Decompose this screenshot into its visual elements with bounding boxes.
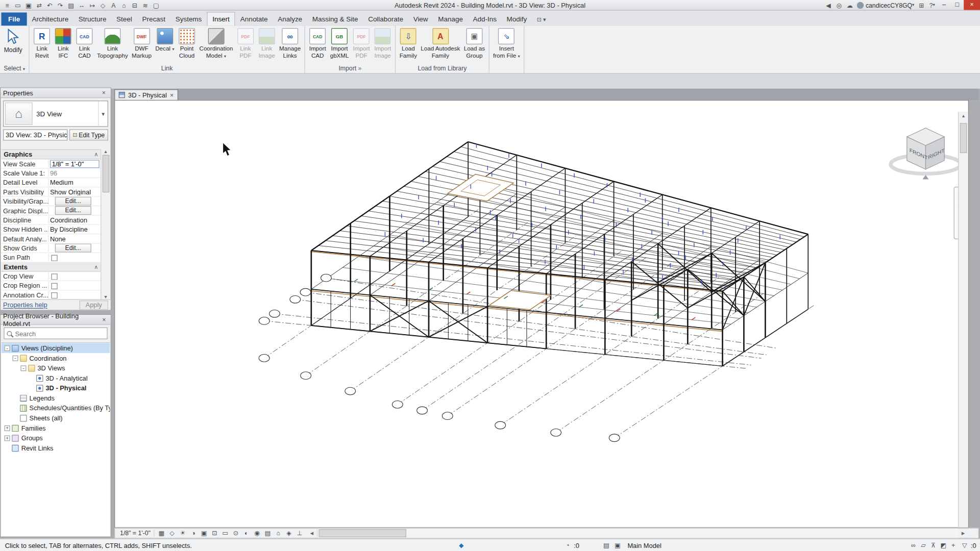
browser-search-box[interactable] [4,328,107,339]
ribbon-tab-manage[interactable]: Manage [433,12,468,26]
reveal-constraints-icon[interactable]: ⊥ [294,529,305,538]
worksharing-display-icon[interactable]: ◔ [562,540,573,549]
tree-item-revit-links[interactable]: Revit Links [1,443,110,453]
help-icon[interactable]: ?▾ [927,1,938,10]
ribbon-tab-steel[interactable]: Steel [111,12,137,26]
default-3d-view-icon[interactable]: ⌂ [119,1,130,10]
link-ifc-button[interactable]: Link IFC [53,28,74,59]
maximize-button[interactable]: □ [950,0,964,10]
properties-scrollbar[interactable]: ▲▼ [101,149,110,299]
drag-on-selection-icon[interactable]: + [948,540,959,549]
ribbon-tab-collaborate[interactable]: Collaborate [363,12,408,26]
highlight-displacement-sets-icon[interactable]: ◈ [284,529,295,538]
collapse-icon[interactable]: ∧ [94,151,98,157]
select-panel-label[interactable]: Select ▾ [0,64,29,73]
select-links-icon[interactable]: ∞ [908,540,918,549]
expander-icon[interactable]: - [20,365,26,371]
expander-icon[interactable]: - [5,345,10,351]
load-as-group-button[interactable]: ▣Load as Group [462,28,487,59]
ribbon-tab-add-ins[interactable]: Add-Ins [468,12,502,26]
type-selector[interactable]: ⌂ 3D View ▼ [3,101,108,127]
import-cad-button[interactable]: CADImport CAD [307,28,328,59]
import-gbxml-button[interactable]: GBImport gbXML [328,28,351,59]
thin-lines-icon[interactable]: ≋ [140,1,151,10]
ribbon-tab-view[interactable]: View [408,12,433,26]
modify-options-dropdown[interactable]: ⊡ ▾ [534,14,549,26]
edit-type-button[interactable]: ⊡Edit Type [69,129,108,140]
reveal-hidden-elements-icon[interactable]: ◉ [252,529,262,538]
annotation-cr-checkbox[interactable] [51,292,57,298]
measure-icon[interactable]: ↔ [76,1,87,10]
select-underlay-icon[interactable]: ▱ [918,540,928,549]
apply-button[interactable]: Apply [80,300,108,309]
sun-path-icon[interactable]: ☀ [177,529,188,538]
link-cad-button[interactable]: CADLink CAD [74,28,95,59]
tag-by-category-icon[interactable]: ◇ [97,1,108,10]
load-autodesk-family-button[interactable]: ALoad Autodesk Family [419,28,462,59]
link-topography-button[interactable]: Link Topography [95,28,130,59]
close-icon[interactable]: × [100,89,108,96]
main-model-dropdown[interactable]: Main Model [624,541,665,549]
drawing-area[interactable]: FRONT RIGHT ◎ ✥ ◔ ▾ ▲ ▼ [114,100,969,528]
tree-item-schedules-quantities-by-type[interactable]: Schedules/Quantities (By Type) [1,403,110,413]
scroll-thumb[interactable] [960,123,967,153]
select-by-face-icon[interactable]: ◩ [938,540,948,549]
ribbon-tab-systems[interactable]: Systems [170,12,207,26]
collapse-toolbar-icon[interactable]: ◀ [823,1,834,10]
tree-item-sheets-all[interactable]: Sheets (all) [1,413,110,423]
expander-icon[interactable]: + [5,435,10,441]
sync-with-central-icon[interactable]: ⇄ [34,1,44,10]
tree-item-legends[interactable]: Legends [1,393,110,403]
view-scale-input[interactable] [50,160,100,168]
search-input[interactable] [15,330,104,337]
graphic-displ-edit-button[interactable]: Edit... [55,206,91,215]
communication-icon[interactable]: ☁ [844,1,855,10]
ribbon-tab-insert[interactable]: Insert [207,12,235,26]
application-menu-icon[interactable]: ≡ [2,1,13,10]
filter-icon[interactable]: ▽ [960,540,970,549]
show-rendering-dialog-icon[interactable]: ▣ [199,529,209,538]
detail-level-icon[interactable]: ▦ [156,529,167,538]
shadows-icon[interactable]: ◑ [188,529,199,538]
temporary-hide-isolate-icon[interactable]: ◐ [241,529,252,538]
ribbon-tab-structure[interactable]: Structure [74,12,111,26]
select-pinned-icon[interactable]: ⊼ [928,540,939,549]
insert-from-file-button[interactable]: ⇘Insert from File ▾ [491,28,522,60]
ribbon-tab-architecture[interactable]: Architecture [27,12,74,26]
search-icon[interactable]: ◎ [834,1,844,10]
aligned-dimension-icon[interactable]: ↦ [87,1,97,10]
instance-selector[interactable]: 3D View: 3D - Physic▼ [3,129,67,140]
open-icon[interactable]: ▭ [12,1,23,10]
temporary-view-properties-icon[interactable]: ▤ [262,529,273,538]
ribbon-tab-modify[interactable]: Modify [502,12,532,26]
load-family-button[interactable]: ⇩Load Family [398,28,419,59]
dwf-markup-button[interactable]: DWFDWF Markup [130,28,153,59]
visual-style-icon[interactable]: ◇ [167,529,178,538]
close-tab-icon[interactable]: × [170,91,174,98]
unlocked-3d-view-icon[interactable]: ⊙ [231,529,241,538]
view-scale-control[interactable]: 1/8" = 1'-0" [117,530,154,536]
tree-item-3d-analytical[interactable]: 3D - Analytical [1,373,110,383]
switch-windows-icon[interactable]: ▢ [151,1,161,10]
manage-links-button[interactable]: ∞Manage Links [277,28,302,59]
redo-icon[interactable]: ↷ [55,1,66,10]
show-grids-edit-button[interactable]: Edit... [55,244,91,253]
ribbon-tab-analyze[interactable]: Analyze [273,12,307,26]
sun-path-checkbox[interactable] [51,255,57,261]
active-workset-icon[interactable]: ▤ [601,540,611,549]
decal-button[interactable]: Decal ▾ [154,28,177,54]
point-cloud-button[interactable]: Point Cloud [176,28,198,59]
expander-icon[interactable]: - [12,355,18,361]
coordination-model-button[interactable]: Coordination Model ▾ [198,28,235,60]
section-graphics[interactable]: Graphics∧ [1,150,101,159]
user-account-button[interactable]: candicecCY8GQ ▾ [857,2,915,8]
tree-item-coordination[interactable]: -Coordination [1,353,110,363]
view-cube[interactable]: FRONT RIGHT [885,118,966,183]
view-tab-3d-physical[interactable]: 3D - Physical × [114,89,178,100]
close-button[interactable]: × [964,0,980,10]
link-revit-button[interactable]: RLink Revit [31,28,53,59]
section-icon[interactable]: ⊟ [129,1,140,10]
tree-item-views-discipline[interactable]: -Views (Discipline) [1,343,110,353]
scroll-left-arrow[interactable]: ◀ [307,529,317,538]
3d-model-view[interactable] [115,101,969,528]
